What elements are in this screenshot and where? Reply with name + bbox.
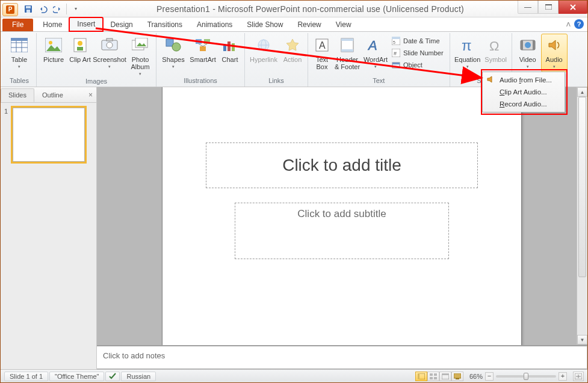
svg-line-27 (203, 44, 207, 46)
thumbnail-item[interactable]: 1 (4, 108, 93, 162)
group-images-label: Images (39, 78, 153, 87)
tab-view[interactable]: View (329, 19, 359, 31)
screenshot-button[interactable]: Screenshot▾ (92, 34, 127, 70)
status-theme[interactable]: "Office Theme" (49, 372, 104, 381)
menu-clipart-audio[interactable]: Clip Art Audio... (484, 86, 563, 98)
chart-button[interactable]: Chart (218, 34, 242, 63)
qat-customize-icon[interactable]: ▾ (70, 4, 81, 14)
vertical-scrollbar[interactable]: ▲ ▼ (577, 87, 587, 345)
zoom-in-button[interactable]: + (559, 372, 567, 381)
notes-input[interactable]: Click to add notes (97, 346, 587, 369)
outline-tab[interactable]: Outline (34, 88, 71, 102)
chart-label: Chart (222, 56, 238, 63)
table-button[interactable]: Table▾ (5, 34, 34, 70)
save-icon[interactable] (23, 4, 34, 14)
minimize-ribbon-icon[interactable]: ᐱ (566, 21, 571, 28)
tab-file[interactable]: File (2, 19, 33, 31)
tab-design[interactable]: Design (103, 19, 140, 31)
shapes-button[interactable]: Shapes▾ (159, 34, 188, 70)
slide-canvas-area[interactable]: Click to add title Click to add subtitle (97, 87, 587, 345)
scroll-down-icon[interactable]: ▼ (577, 335, 587, 345)
slide[interactable]: Click to add title Click to add subtitle (162, 87, 521, 345)
equation-label: Equation (454, 56, 480, 63)
photoalbum-button[interactable]: PhotoAlbum▾ (127, 34, 153, 78)
undo-icon[interactable] (37, 4, 48, 14)
notes-pane: Click to add notes (97, 345, 587, 369)
zoom-slider-thumb[interactable] (524, 373, 528, 380)
smartart-icon (193, 35, 212, 55)
redo-icon[interactable] (52, 4, 63, 14)
status-language[interactable]: Russian (121, 372, 156, 381)
maximize-button[interactable] (538, 1, 559, 14)
object-button[interactable]: Object (390, 60, 445, 70)
tab-transitions[interactable]: Transitions (140, 19, 190, 31)
svg-rect-60 (442, 373, 449, 375)
svg-rect-29 (227, 41, 231, 51)
svg-rect-4 (545, 4, 552, 5)
group-text-label: Text (311, 77, 447, 87)
tab-review[interactable]: Review (290, 19, 328, 31)
audio-dropdown-menu: Audio from File... Clip Art Audio... Rec… (482, 72, 565, 112)
headerfooter-button[interactable]: Header& Footer (333, 34, 361, 70)
slidenumber-icon: # (391, 48, 401, 58)
audio-button[interactable]: Audio▾ (541, 34, 568, 72)
screenshot-icon (100, 35, 119, 55)
datetime-button[interactable]: 5 Date & Time (390, 35, 445, 46)
svg-rect-2 (26, 10, 30, 13)
svg-rect-55 (430, 373, 433, 376)
menu-audio-from-file[interactable]: Audio from File... (484, 74, 563, 86)
help-icon[interactable]: ? (574, 19, 584, 29)
headerfooter-icon (338, 35, 357, 55)
tab-home[interactable]: Home (36, 19, 69, 31)
title-placeholder[interactable]: Click to add title (206, 142, 478, 188)
clipart-button[interactable]: Clip Art (68, 34, 92, 63)
scroll-thumb[interactable] (578, 97, 586, 277)
reading-view-button[interactable] (439, 372, 451, 381)
audio-icon (545, 35, 564, 55)
zoom-fit-button[interactable] (573, 372, 584, 381)
photoalbum-icon (131, 35, 150, 55)
wordart-button[interactable]: A WordArt▾ (361, 34, 390, 70)
picture-button[interactable]: Picture (39, 34, 68, 63)
close-button[interactable] (559, 1, 587, 14)
datetime-label: Date & Time (403, 37, 440, 44)
slidenumber-button[interactable]: # Slide Number (390, 47, 445, 58)
action-label: Action (283, 56, 302, 63)
equation-button[interactable]: π Equation▾ (453, 34, 483, 70)
zoom-slider[interactable] (496, 375, 556, 378)
menu-record-audio[interactable]: Record Audio... (484, 98, 563, 110)
tab-animations[interactable]: Animations (190, 19, 240, 31)
zoom-out-button[interactable]: − (485, 372, 494, 381)
symbol-icon: Ω (486, 35, 506, 55)
close-panel-icon[interactable]: × (88, 91, 93, 99)
slideshow-view-button[interactable] (451, 372, 463, 381)
sorter-view-button[interactable] (427, 372, 439, 381)
normal-view-button[interactable] (415, 372, 427, 381)
screenshot-label: Screenshot (93, 56, 126, 63)
zoom-percent[interactable]: 66% (469, 373, 483, 380)
title-bar: P ▾ Presentation1 - Microsoft PowerPoint… (1, 1, 587, 17)
svg-point-17 (107, 42, 113, 48)
svg-rect-41 (392, 37, 400, 39)
tab-slideshow[interactable]: Slide Show (240, 19, 290, 31)
thumbnail-preview[interactable] (13, 108, 85, 162)
picture-icon (44, 35, 63, 55)
minimize-button[interactable]: — (518, 1, 538, 14)
smartart-button[interactable]: SmartArt (188, 34, 218, 63)
video-button[interactable]: Video▾ (515, 34, 541, 70)
tab-insert[interactable]: Insert (69, 17, 103, 31)
status-slide[interactable]: Slide 1 of 1 (4, 372, 48, 381)
group-links: Hyperlink Action Links (245, 33, 308, 87)
subtitle-placeholder[interactable]: Click to add subtitle (235, 203, 449, 259)
slidenumber-label: Slide Number (403, 49, 444, 57)
scroll-up-icon[interactable]: ▲ (577, 87, 587, 97)
status-spellcheck-icon[interactable] (105, 372, 120, 381)
app-icon[interactable]: P (2, 3, 18, 16)
action-icon (283, 35, 302, 55)
photoalbum-label: PhotoAlbum (131, 56, 149, 70)
slides-tab[interactable]: Slides (1, 88, 34, 102)
textbox-button[interactable]: A TextBox (311, 34, 333, 70)
hyperlink-label: Hyperlink (250, 56, 277, 63)
equation-icon: π (458, 35, 477, 55)
svg-rect-46 (392, 63, 400, 64)
